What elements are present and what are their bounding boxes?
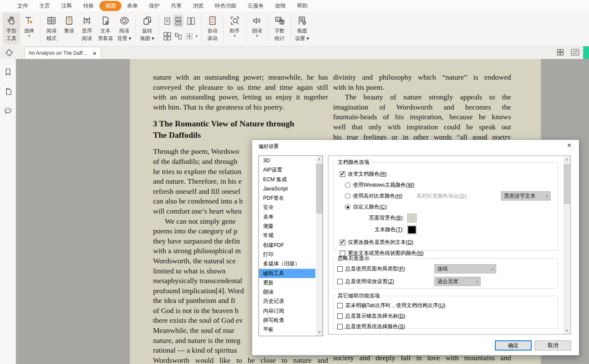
text-line: with him. That is the greatness of his p… bbox=[153, 102, 328, 112]
category-item[interactable]: 朗读 bbox=[259, 287, 315, 297]
category-item[interactable]: 3D bbox=[259, 156, 315, 165]
menu-item[interactable]: 云服务 bbox=[242, 1, 269, 11]
assistant-icon bbox=[229, 15, 241, 27]
category-item[interactable]: 辅助工具 bbox=[259, 269, 315, 278]
continuous-facing-layout-button[interactable] bbox=[162, 30, 172, 43]
panel-scrollbar[interactable]: ∧ ∨ bbox=[563, 156, 570, 334]
category-item[interactable]: 内容订阅 bbox=[259, 306, 315, 316]
category-item[interactable]: 安全 bbox=[259, 203, 315, 212]
hand-tool-button[interactable]: 手型 工具 bbox=[3, 13, 20, 45]
page-bg-color-swatch[interactable] bbox=[407, 214, 417, 222]
assistant-dropdown-caret: ▾ bbox=[234, 34, 236, 37]
category-item[interactable]: 创建PDF bbox=[259, 241, 315, 250]
tab-order-checkbox[interactable] bbox=[337, 303, 343, 308]
document-tab[interactable]: An Analysis on The Daff... × bbox=[24, 47, 101, 59]
scrollbar-thumb[interactable] bbox=[316, 164, 323, 214]
scroll-up-icon[interactable]: ∧ bbox=[563, 156, 570, 163]
menu-item[interactable]: 浏览 bbox=[187, 1, 209, 11]
keyboard-cursor-checkbox[interactable] bbox=[337, 313, 343, 319]
reflow-button[interactable]: 重排 bbox=[60, 13, 78, 45]
collapse-toolbar-strip[interactable] bbox=[583, 46, 589, 59]
windows-theme-radio[interactable] bbox=[345, 182, 350, 188]
zoom-setting-combo[interactable]: 适合宽度 ∨ bbox=[434, 277, 481, 286]
system-selection-checkbox[interactable] bbox=[337, 324, 343, 329]
single-page-layout-button[interactable] bbox=[162, 15, 172, 27]
text-line: Wordsworth would like to be close to nat… bbox=[153, 356, 328, 364]
continuous-layout-button[interactable] bbox=[173, 15, 183, 27]
category-list-scrollbar[interactable]: ∧ ∨ bbox=[316, 156, 323, 336]
always-zoom-checkbox[interactable] bbox=[337, 279, 343, 284]
always-layout-checkbox[interactable] bbox=[337, 266, 343, 272]
scroll-up-icon[interactable]: ∧ bbox=[316, 156, 323, 163]
menu-item[interactable]: 注释 bbox=[56, 1, 78, 11]
high-contrast-combo[interactable]: 黑底绿字文本 ∨ bbox=[501, 191, 551, 201]
svg-text:AB: AB bbox=[277, 18, 281, 21]
change-doc-color-checkbox[interactable] bbox=[340, 171, 345, 177]
custom-color-radio[interactable] bbox=[345, 204, 350, 210]
category-item[interactable]: PDF签名 bbox=[259, 193, 315, 203]
assistant-button[interactable]: 助手 ▾ bbox=[226, 13, 244, 45]
category-item[interactable]: 拼写检查 bbox=[259, 316, 315, 325]
ok-button[interactable]: 确定 bbox=[495, 340, 532, 351]
menu-item[interactable]: 视图 bbox=[100, 1, 121, 11]
read-aloud-button[interactable]: 朗读 ▾ bbox=[248, 13, 266, 45]
menu-item[interactable]: 帮助 bbox=[291, 1, 313, 11]
menu-item[interactable]: 表单 bbox=[121, 1, 143, 11]
split-view-button[interactable] bbox=[184, 30, 194, 43]
switch-tabs-icon[interactable] bbox=[570, 48, 580, 56]
category-item[interactable]: ECM 集成 bbox=[259, 175, 315, 184]
category-item[interactable]: 历史记录 bbox=[259, 297, 315, 306]
category-item[interactable]: 测量 bbox=[259, 222, 315, 231]
comments-panel-icon[interactable] bbox=[0, 104, 16, 117]
text-color-swatch[interactable] bbox=[407, 225, 417, 234]
category-item[interactable]: 更新 bbox=[259, 278, 315, 287]
menu-item[interactable]: 特色功能 bbox=[209, 1, 242, 11]
cancel-button[interactable]: 取消 bbox=[535, 340, 571, 351]
eraser-icon[interactable] bbox=[4, 48, 13, 57]
group-legend: 文档颜色选项 bbox=[336, 159, 371, 166]
menu-item[interactable]: 主页 bbox=[34, 1, 56, 11]
word-count-button[interactable]: AB 字数 统计 bbox=[271, 13, 288, 45]
separate-cover-layout-button[interactable] bbox=[173, 30, 183, 43]
category-item[interactable]: 多媒体（旧版） bbox=[259, 259, 315, 268]
toolbar-separator bbox=[201, 15, 202, 42]
menu-item[interactable]: 共享 bbox=[165, 1, 187, 11]
tab-list-grid-icon[interactable] bbox=[556, 48, 565, 56]
category-item[interactable]: 打印 bbox=[259, 250, 315, 259]
layout-type-combo[interactable]: 连续 ∨ bbox=[434, 264, 496, 273]
category-item[interactable]: 平板 bbox=[259, 325, 315, 334]
reverse-reading-button[interactable]: 逆序 阅读 bbox=[78, 13, 96, 45]
rotate-view-button[interactable]: 旋转 视图 ▾ bbox=[138, 13, 156, 45]
category-item[interactable]: 常规 bbox=[259, 231, 315, 240]
menu-bar: 文件主页注释转换视图表单保护共享浏览特色功能云服务放映帮助 bbox=[0, 0, 589, 11]
change-line-art-checkbox[interactable] bbox=[340, 251, 345, 256]
menu-item[interactable]: 保护 bbox=[143, 1, 165, 11]
text-viewer-button[interactable]: 文本 查看器 bbox=[96, 13, 115, 45]
category-item[interactable]: 表单 bbox=[259, 212, 315, 222]
group-legend: 其它辅助功能选项 bbox=[336, 292, 381, 300]
reading-background-icon bbox=[118, 15, 130, 27]
pages-panel-icon[interactable] bbox=[0, 85, 16, 98]
category-item[interactable]: JavaScript bbox=[259, 184, 315, 193]
menu-item[interactable]: 转换 bbox=[78, 1, 100, 11]
only-black-text-checkbox[interactable] bbox=[340, 240, 345, 245]
split-dropdown-caret[interactable]: ▾ bbox=[196, 35, 198, 38]
scrollbar-thumb[interactable] bbox=[564, 164, 570, 204]
select-tool-button[interactable]: 选择 ▾ bbox=[20, 13, 38, 45]
scroll-down-icon[interactable]: ∨ bbox=[563, 327, 570, 334]
reading-background-button[interactable]: 阅读 背景 ▾ bbox=[115, 13, 133, 45]
tab-close-icon[interactable]: × bbox=[92, 50, 97, 56]
menu-item[interactable]: 放映 bbox=[269, 1, 291, 11]
facing-layout-button[interactable] bbox=[186, 15, 196, 27]
dialog-close-icon[interactable]: ✕ bbox=[565, 142, 573, 149]
scroll-down-icon[interactable]: ∨ bbox=[316, 329, 323, 336]
auto-scroll-button[interactable]: 自动 滚动 bbox=[204, 13, 221, 45]
auto-scroll-icon bbox=[207, 15, 218, 27]
page-right-column: divinity and philosophy which “nature” i… bbox=[333, 72, 511, 142]
menu-item[interactable]: 文件 bbox=[12, 1, 34, 11]
reading-mode-button[interactable]: 阅读 模式 bbox=[43, 13, 60, 45]
high-contrast-radio[interactable] bbox=[345, 193, 350, 199]
bookmarks-panel-icon[interactable] bbox=[0, 66, 16, 78]
view-settings-button[interactable]: 视图 设置 ▾ bbox=[293, 13, 311, 45]
category-item[interactable]: AIP设置 bbox=[259, 165, 315, 174]
